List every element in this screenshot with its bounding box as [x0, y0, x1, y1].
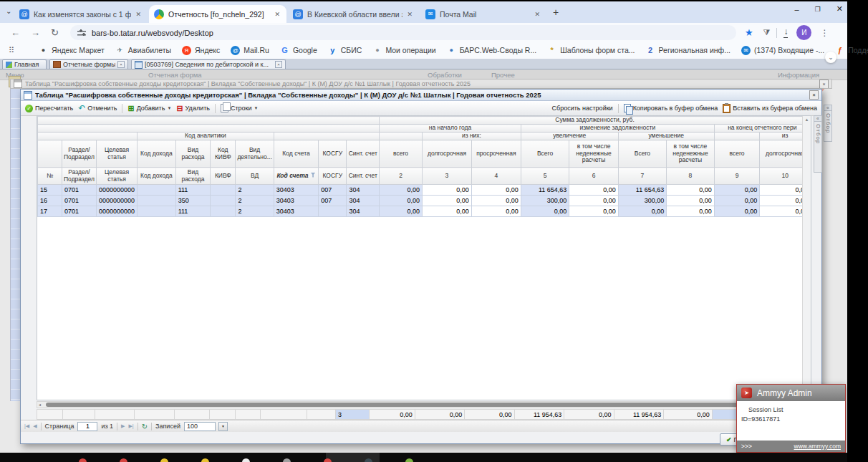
close-icon[interactable]: ×: [819, 80, 829, 89]
code-cell[interactable]: 30403: [274, 196, 318, 206]
column-header[interactable]: Код дохода: [138, 168, 176, 185]
value-cell[interactable]: 0,00: [714, 185, 760, 196]
code-cell[interactable]: 111: [175, 185, 211, 196]
copy-to-clipboard-button[interactable]: Копировать в буфер обмена: [624, 104, 718, 112]
value-cell[interactable]: 11 654,63: [618, 185, 666, 196]
vertical-scrollbar[interactable]: ▲▼: [802, 116, 811, 400]
column-header[interactable]: [38, 140, 62, 168]
bookmark-item[interactable]: *Шаблоны форм ста...: [547, 46, 635, 55]
ammyy-expand-button[interactable]: >>>: [741, 443, 752, 450]
url-text[interactable]: bars-bo.tatar.ru/websvody/Desktop: [92, 29, 213, 37]
side-panel-chevron-icon[interactable]: ⌄: [825, 52, 836, 63]
value-cell[interactable]: 0,00: [380, 206, 423, 217]
value-cell[interactable]: 0,00: [471, 206, 521, 217]
column-header[interactable]: Вид расхода: [175, 140, 211, 168]
code-cell[interactable]: 30403: [274, 206, 318, 217]
tab-close-icon[interactable]: ✕: [405, 11, 414, 18]
ammyy-titlebar[interactable]: ➤ Ammyy Admin: [737, 385, 845, 401]
column-header[interactable]: 8: [667, 168, 715, 185]
column-header[interactable]: [380, 133, 423, 140]
column-header[interactable]: долгосрочная: [423, 140, 472, 168]
value-cell[interactable]: 0,00: [569, 185, 618, 196]
prev-page-icon[interactable]: ◀: [33, 423, 37, 429]
column-header[interactable]: на конец отчетного пери: [714, 125, 810, 133]
first-page-icon[interactable]: |◀: [24, 423, 29, 429]
forward-icon[interactable]: →: [31, 27, 40, 38]
column-header[interactable]: в том числе неденежные расчеты: [569, 140, 618, 168]
column-header[interactable]: Код счета: [274, 140, 318, 168]
code-cell[interactable]: 2: [236, 196, 274, 206]
dialog-close-icon[interactable]: ×: [809, 90, 819, 100]
column-header[interactable]: уменьшение: [618, 133, 714, 140]
close-icon[interactable]: ×: [117, 61, 125, 68]
tab-close-icon[interactable]: ✕: [273, 11, 281, 18]
bookmark-item[interactable]: уСБИС: [328, 46, 362, 55]
column-header[interactable]: [38, 117, 380, 125]
expand-panel-icon[interactable]: «: [824, 105, 831, 111]
profile-avatar[interactable]: И: [796, 25, 811, 40]
column-header[interactable]: в том числе неденежные расчеты: [667, 140, 715, 168]
column-header[interactable]: Сумма задолженности, руб.: [380, 117, 811, 125]
column-header[interactable]: 3: [423, 168, 472, 185]
column-header[interactable]: [38, 133, 138, 140]
code-cell[interactable]: 350: [175, 196, 211, 206]
column-header[interactable]: Синт. счет: [347, 168, 380, 185]
window-minimize-button[interactable]: –: [795, 5, 799, 14]
code-cell[interactable]: 0701: [62, 185, 96, 196]
code-cell[interactable]: 304: [347, 185, 380, 196]
ammyy-link[interactable]: www.ammyy.com: [794, 443, 842, 450]
code-cell[interactable]: 30403: [274, 185, 318, 196]
value-cell[interactable]: 0,00: [569, 196, 618, 206]
address-bar[interactable]: bars-bo.tatar.ru/websvody/Desktop: [70, 25, 736, 40]
apps-grid-icon[interactable]: ⠿: [9, 46, 15, 55]
column-header[interactable]: [714, 133, 760, 140]
bookmark-item[interactable]: ●БАРС.Web-Своды R...: [447, 46, 537, 55]
code-cell[interactable]: 0000000000: [97, 196, 138, 206]
last-page-icon[interactable]: ▶|: [128, 423, 133, 429]
app-tab-home[interactable]: Главная: [2, 59, 47, 69]
code-cell[interactable]: 0000000000: [97, 185, 138, 196]
bookmark-item[interactable]: @Mail.Ru: [231, 46, 269, 55]
column-header[interactable]: просроченная: [471, 140, 521, 168]
taskbar-app-icon[interactable]: [365, 458, 372, 462]
scrollbar-thumb[interactable]: [46, 403, 804, 407]
bookmark-item[interactable]: ✉(1374) Входящие -...: [741, 46, 824, 55]
column-header[interactable]: Код КИВФ: [211, 140, 236, 168]
select-dropdown-icon[interactable]: ▼: [218, 422, 228, 431]
window-maximize-button[interactable]: ❐: [815, 6, 821, 13]
code-cell[interactable]: [138, 185, 176, 196]
value-cell[interactable]: 0,00: [423, 196, 472, 206]
code-cell[interactable]: [138, 206, 176, 217]
delete-row-button[interactable]: ⊟ Удалить: [176, 105, 210, 112]
column-header[interactable]: всего: [714, 140, 760, 168]
browser-tab[interactable]: ✉Почта Mail✕: [420, 5, 546, 23]
reset-settings-button[interactable]: Сбросить настройки: [552, 105, 613, 112]
expand-panel-icon[interactable]: «: [814, 116, 821, 122]
column-header[interactable]: [274, 133, 379, 140]
code-cell[interactable]: [319, 206, 347, 217]
bookmark-item[interactable]: ✈Авиабилеты: [115, 46, 171, 55]
row-number-cell[interactable]: 17: [38, 206, 62, 217]
window-close-button[interactable]: ✕: [836, 4, 843, 14]
column-header[interactable]: Целевая статья: [97, 140, 138, 168]
refresh-icon[interactable]: ↻: [142, 423, 148, 430]
browser-menu-icon[interactable]: ⋮: [820, 28, 829, 38]
browser-tab[interactable]: @Как изменятся законы с 1 фев✕: [14, 5, 148, 23]
code-cell[interactable]: 304: [347, 196, 380, 206]
app-tab-report-forms[interactable]: Отчетные формы ×: [49, 59, 128, 69]
value-cell[interactable]: 0,00: [380, 196, 423, 206]
code-cell[interactable]: 2: [236, 185, 274, 196]
code-cell[interactable]: [211, 196, 236, 206]
column-header[interactable]: ВД: [236, 168, 274, 185]
scroll-left-icon[interactable]: ◂: [39, 402, 41, 407]
column-header[interactable]: 7: [618, 168, 666, 185]
column-header[interactable]: №: [38, 168, 62, 185]
value-cell[interactable]: 0,00: [618, 206, 666, 217]
bookmark-item[interactable]: ●Яндекс Маркет: [39, 46, 105, 55]
column-header[interactable]: Всего: [618, 140, 666, 168]
back-icon[interactable]: ←: [11, 27, 20, 38]
app-tab-0503769[interactable]: [0503769] Сведения по дебиторской и к...…: [131, 59, 286, 69]
page-number-input[interactable]: [77, 422, 97, 431]
value-cell[interactable]: 0,00: [667, 185, 715, 196]
value-cell[interactable]: 11 654,63: [521, 185, 569, 196]
